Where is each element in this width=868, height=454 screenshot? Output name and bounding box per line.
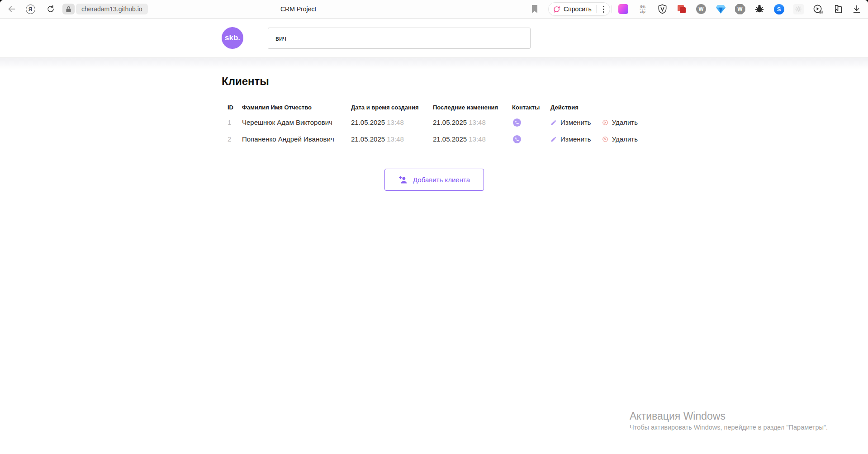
yandex-browser-icon: Я (26, 5, 35, 14)
gradient-square-icon (618, 4, 628, 14)
client-actions: Изменить Удалить (550, 135, 645, 143)
extension-collections[interactable] (832, 4, 843, 14)
w-circle-icon: W (696, 4, 706, 14)
extension-gradient-palette[interactable] (618, 4, 629, 14)
client-contacts (512, 135, 550, 143)
kebab-menu-icon (603, 6, 604, 7)
logo-text: skb. (225, 33, 240, 43)
ask-assistant-button[interactable]: Спросить (564, 5, 592, 13)
chat-plus-icon (553, 5, 561, 13)
person-plus-icon (398, 176, 408, 184)
toolbar-divider (612, 5, 612, 13)
column-header-name: Фамилия Имя Отчество (242, 104, 351, 111)
header-shadow (0, 58, 868, 69)
yandex-browser-button[interactable]: Я (24, 0, 36, 18)
back-arrow-icon (7, 4, 17, 14)
shield-v-icon (657, 4, 668, 14)
shazam-icon: S (774, 4, 784, 14)
extensions-bar: Git ⌁⌁⌁ zip W (618, 0, 865, 18)
client-created: 21.05.2025 13:48 (351, 118, 433, 126)
table-row: 1 Черешнюк Адам Викторович 21.05.2025 13… (222, 114, 645, 131)
extension-wot[interactable]: W (735, 4, 745, 14)
column-header-actions: Действия (550, 104, 645, 111)
client-id: 1 (222, 118, 242, 126)
page-tab-title: CRM Project (280, 0, 316, 18)
address-bar[interactable]: cheradam13.github.io (76, 4, 148, 14)
bug-icon (754, 4, 764, 14)
extension-gitzip[interactable]: Git ⌁⌁⌁ zip (637, 4, 648, 14)
column-header-contacts: Контакты (512, 104, 550, 111)
page-title: Клиенты (222, 75, 269, 88)
ask-assistant-pill: Спросить (548, 2, 610, 16)
client-name: Попаненко Андрей Иванович (242, 135, 351, 143)
windows-activation-watermark: Активация Windows Чтобы активировать Win… (630, 410, 828, 432)
extension-red-blocks[interactable] (676, 4, 687, 14)
extension-media-play[interactable] (812, 4, 823, 14)
edit-client-button[interactable]: Изменить (550, 118, 591, 126)
column-header-created: Дата и время создания (351, 104, 433, 111)
delete-client-button[interactable]: Удалить (602, 135, 638, 143)
circle-cross-icon (602, 136, 608, 142)
downloads-button[interactable] (851, 4, 862, 14)
gem-icon (716, 5, 726, 14)
client-id: 2 (222, 135, 242, 143)
client-updated: 21.05.2025 13:48 (433, 135, 512, 143)
extension-v-shield[interactable] (657, 4, 668, 14)
phone-contact-button[interactable] (513, 118, 521, 127)
table-row: 2 Попаненко Андрей Иванович 21.05.2025 1… (222, 131, 645, 147)
browser-menu-button[interactable] (599, 6, 608, 13)
play-media-icon (813, 4, 823, 14)
delete-client-button[interactable]: Удалить (602, 118, 638, 126)
flower-icon (793, 4, 804, 14)
extension-gem[interactable] (715, 4, 726, 14)
extension-bug[interactable] (754, 4, 765, 14)
download-arrow-icon (852, 5, 861, 14)
red-blocks-icon (677, 4, 687, 14)
url-text: cheradam13.github.io (81, 5, 142, 13)
extension-wikipedia[interactable]: W (696, 4, 707, 14)
site-header: skb. (0, 19, 868, 58)
pill-divider (596, 5, 597, 13)
refresh-icon (46, 5, 55, 14)
w-octagon-icon: W (735, 4, 745, 14)
add-client-button[interactable]: Добавить клиента (384, 169, 484, 191)
watermark-title: Активация Windows (630, 410, 828, 422)
column-header-id: ID (222, 104, 242, 111)
client-actions: Изменить Удалить (550, 118, 645, 126)
circle-cross-icon (602, 119, 608, 126)
phone-contact-button[interactable] (513, 135, 521, 143)
watermark-subtitle: Чтобы активировать Windows, перейдите в … (630, 422, 828, 432)
client-contacts (512, 118, 550, 127)
clients-table: ID Фамилия Имя Отчество Дата и время соз… (222, 100, 645, 147)
column-header-updated: Последние изменения (433, 104, 512, 111)
phone-icon (515, 120, 519, 125)
client-name: Черешнюк Адам Викторович (242, 118, 351, 126)
gitzip-icon: Git ⌁⌁⌁ zip (640, 5, 646, 13)
back-button[interactable] (5, 0, 18, 18)
edit-client-button[interactable]: Изменить (550, 135, 591, 143)
table-header-row: ID Фамилия Имя Отчество Дата и время соз… (222, 100, 645, 114)
client-updated: 21.05.2025 13:48 (433, 118, 512, 126)
phone-icon (515, 137, 519, 142)
add-client-label: Добавить клиента (413, 176, 470, 184)
bookmark-icon (531, 5, 538, 14)
pencil-icon (550, 119, 557, 126)
extension-disabled-flower[interactable] (793, 4, 804, 14)
site-security-button[interactable] (62, 4, 75, 14)
site-logo: skb. (222, 27, 243, 49)
bookmark-button[interactable] (529, 0, 540, 18)
client-created: 21.05.2025 13:48 (351, 135, 433, 143)
lock-icon (66, 6, 71, 13)
search-input[interactable] (268, 28, 531, 49)
refresh-button[interactable] (44, 0, 57, 18)
pencil-icon (550, 136, 557, 142)
collections-icon (832, 4, 843, 14)
browser-window: Я cheradam13.github.io CRM Project (0, 0, 868, 454)
extension-shazam[interactable]: S (773, 4, 784, 14)
browser-toolbar: Я cheradam13.github.io CRM Project (0, 0, 868, 19)
